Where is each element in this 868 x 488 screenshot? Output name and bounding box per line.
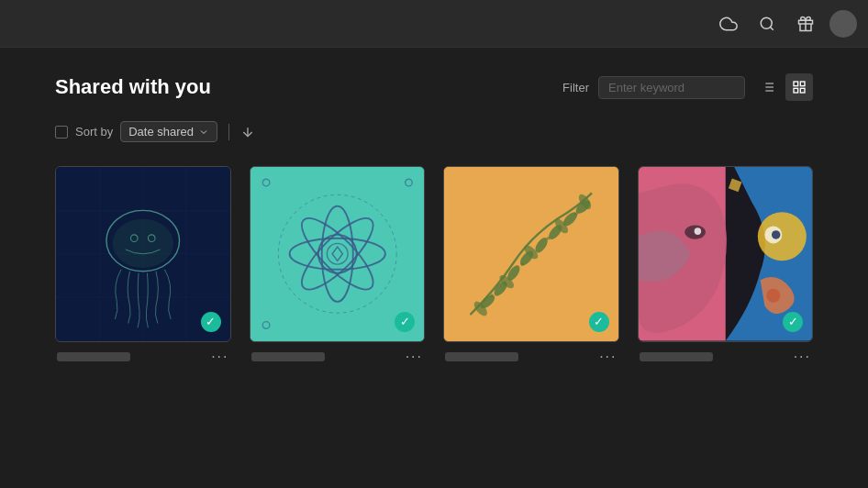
sort-descending-icon bbox=[240, 125, 255, 139]
card-check-1: ✓ bbox=[201, 312, 221, 332]
user-avatar[interactable] bbox=[829, 10, 857, 38]
card-thumb-1: ✓ bbox=[55, 166, 231, 342]
sort-row: Sort by Date shared bbox=[55, 121, 813, 142]
svg-rect-13 bbox=[800, 88, 805, 93]
svg-point-56 bbox=[547, 237, 551, 240]
card-name-3 bbox=[445, 352, 518, 361]
card-more-button-2[interactable]: ··· bbox=[406, 349, 423, 364]
card-more-button-1[interactable]: ··· bbox=[211, 349, 228, 364]
list-view-button[interactable] bbox=[754, 73, 782, 101]
card-check-2: ✓ bbox=[395, 312, 415, 332]
svg-rect-11 bbox=[800, 82, 805, 86]
filter-label: Filter bbox=[562, 81, 589, 94]
cards-grid: ✓ ··· bbox=[55, 166, 813, 364]
view-toggle bbox=[754, 73, 813, 101]
card-star[interactable]: ✓ ··· bbox=[250, 166, 426, 364]
card-more-button-4[interactable]: ··· bbox=[794, 349, 811, 364]
card-thumb-3: ✓ bbox=[443, 166, 619, 342]
svg-point-55 bbox=[520, 262, 524, 266]
grid-view-button[interactable] bbox=[785, 73, 813, 101]
gift-icon[interactable] bbox=[791, 9, 820, 39]
svg-point-64 bbox=[694, 227, 701, 235]
svg-point-65 bbox=[766, 289, 780, 303]
card-check-4: ✓ bbox=[783, 312, 803, 332]
main-content: Shared with you Filter bbox=[0, 48, 868, 390]
card-meta-2: ··· bbox=[250, 349, 426, 364]
card-name-4 bbox=[640, 352, 713, 361]
card-meta-1: ··· bbox=[55, 349, 231, 364]
select-all-checkbox[interactable] bbox=[55, 126, 68, 139]
svg-point-54 bbox=[490, 294, 494, 297]
filter-input[interactable] bbox=[598, 76, 745, 99]
svg-point-57 bbox=[574, 212, 578, 216]
svg-rect-12 bbox=[794, 88, 798, 93]
sort-order-button[interactable] bbox=[240, 125, 255, 139]
card-leaves[interactable]: ✓ ··· bbox=[443, 166, 619, 364]
card-more-button-3[interactable]: ··· bbox=[599, 349, 617, 364]
sort-divider bbox=[228, 124, 229, 140]
cloud-icon[interactable] bbox=[714, 9, 743, 39]
sort-option-label: Date shared bbox=[128, 125, 194, 139]
header-right: Filter bbox=[562, 73, 813, 101]
card-jellyfish[interactable]: ✓ ··· bbox=[55, 166, 231, 364]
svg-point-23 bbox=[113, 219, 173, 268]
card-check-3: ✓ bbox=[589, 312, 609, 332]
search-icon[interactable] bbox=[752, 9, 782, 39]
sort-by-label: Sort by bbox=[75, 125, 113, 139]
sort-dropdown[interactable]: Date shared bbox=[120, 121, 217, 142]
header-row: Shared with you Filter bbox=[55, 73, 813, 101]
svg-rect-10 bbox=[794, 82, 798, 86]
card-thumb-2: ✓ bbox=[250, 166, 426, 342]
chevron-down-icon bbox=[198, 127, 209, 138]
topbar bbox=[0, 0, 868, 48]
card-meta-3: ··· bbox=[443, 349, 619, 364]
svg-line-1 bbox=[770, 27, 773, 29]
card-name-1 bbox=[57, 352, 130, 361]
svg-point-62 bbox=[771, 230, 779, 238]
card-meta-4: ··· bbox=[638, 349, 814, 364]
card-name-2 bbox=[251, 352, 325, 361]
card-thumb-4: ✓ bbox=[638, 166, 814, 342]
page-title: Shared with you bbox=[55, 75, 211, 99]
card-abstract[interactable]: ✓ ··· bbox=[638, 166, 814, 364]
svg-point-0 bbox=[761, 17, 772, 28]
